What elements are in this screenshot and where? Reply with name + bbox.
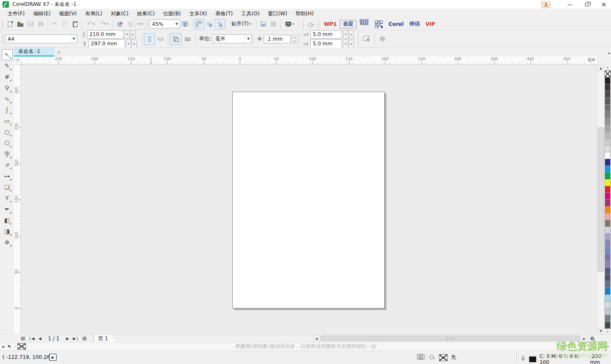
color-swatch[interactable] — [605, 77, 611, 84]
color-swatch[interactable] — [605, 315, 611, 322]
color-swatch[interactable] — [605, 240, 611, 247]
transparency-tool[interactable]: Y — [2, 193, 13, 204]
account-icon[interactable] — [541, 1, 551, 8]
new-tab-button[interactable]: + — [54, 48, 64, 56]
copy-icon[interactable] — [60, 19, 70, 29]
show-rulers-toggle[interactable] — [194, 19, 204, 29]
plugin-companion-button[interactable]: 伴侣 — [406, 19, 422, 29]
color-swatch[interactable] — [605, 199, 611, 207]
color-swatch[interactable] — [605, 308, 611, 315]
horizontal-scrollbar-track[interactable]: ❘❘❘ — [320, 335, 581, 342]
vertical-ruler[interactable]: 300250200150100500 — [14, 64, 21, 334]
scroll-right-icon[interactable]: ▶ — [581, 335, 588, 342]
color-swatch[interactable] — [605, 247, 611, 254]
plugin-barcode-button[interactable]: 0101 — [357, 19, 372, 29]
plugin-custom-button[interactable]: 自定 — [340, 20, 357, 28]
zoom-level-combo[interactable]: 45% ▼ — [149, 20, 180, 28]
document-tab[interactable]: 未命名 -1 — [14, 48, 54, 56]
dimension-tool[interactable]: ⇗ — [2, 160, 13, 171]
paste-icon[interactable] — [70, 19, 80, 29]
plugin-qrcode-button[interactable] — [372, 19, 386, 29]
color-swatch[interactable] — [605, 267, 611, 274]
vertical-scrollbar[interactable]: ▲ ▼ — [597, 64, 604, 334]
color-swatch[interactable] — [605, 301, 611, 308]
palette-scroll-up-icon[interactable]: ∧ — [604, 64, 611, 70]
menu-item[interactable]: 对象(C) — [107, 9, 133, 18]
color-swatch[interactable] — [605, 260, 611, 268]
export-icon[interactable] — [125, 19, 135, 29]
show-guidelines-toggle[interactable] — [214, 19, 225, 29]
plugin-wp1-button[interactable]: WP1 — [321, 19, 340, 29]
treat-as-filled-button[interactable] — [360, 33, 373, 45]
color-swatch[interactable] — [605, 111, 611, 118]
add-property-icon[interactable]: ⊕ — [377, 33, 389, 45]
text-tool[interactable]: 字 — [2, 148, 13, 160]
cut-icon[interactable]: ✂ — [50, 19, 60, 29]
page-height-spinner[interactable]: ▾▴ — [126, 39, 137, 48]
object-styles-icon[interactable] — [268, 19, 279, 29]
document-page[interactable] — [232, 92, 385, 308]
toolbar-grip[interactable] — [2, 20, 3, 28]
ellipse-tool[interactable]: ○ — [2, 126, 13, 137]
menu-item[interactable]: 表格(T) — [211, 9, 237, 18]
menu-item[interactable]: 窗口(W) — [264, 9, 291, 18]
menu-item[interactable]: 文本(X) — [185, 9, 211, 18]
menu-item[interactable]: 布局(L) — [81, 9, 107, 18]
color-swatch[interactable] — [605, 98, 611, 105]
color-swatch[interactable] — [605, 322, 611, 329]
drop-shadow-tool[interactable]: ❏ — [2, 182, 13, 193]
import-icon[interactable] — [115, 19, 125, 29]
units-combo[interactable]: 毫米 ▼ — [213, 34, 252, 43]
add-page-after-icon[interactable]: ⊞ — [81, 335, 88, 342]
outline-pen-icon[interactable] — [521, 356, 526, 364]
nudge-spinner[interactable]: ▴▾ — [292, 35, 298, 43]
menu-item[interactable]: 编辑(E) — [29, 9, 55, 18]
menu-item[interactable]: 工具(O) — [237, 9, 264, 18]
menu-item[interactable]: 位图(B) — [159, 9, 185, 18]
redo-button[interactable]: ↷▾ — [98, 19, 111, 29]
next-page-icon[interactable]: ▶ — [64, 335, 71, 342]
publish-pdf-icon[interactable]: PDF — [135, 19, 146, 29]
first-page-icon[interactable]: ❘◀ — [28, 335, 35, 342]
shape-tool[interactable]: ✎ — [2, 60, 13, 71]
color-swatch[interactable] — [605, 165, 611, 173]
crop-tool[interactable]: # — [2, 71, 13, 82]
tab-scroll-right-icon[interactable]: ▸ — [608, 51, 610, 55]
page-tab[interactable]: 页 1 — [93, 335, 115, 342]
color-swatch[interactable] — [605, 220, 611, 227]
previous-page-icon[interactable]: ◀ — [36, 335, 44, 342]
new-document-icon[interactable] — [5, 19, 15, 29]
color-swatch[interactable] — [605, 193, 611, 200]
color-swatch[interactable] — [605, 179, 611, 186]
nudge-field[interactable]: .1 mm — [264, 35, 291, 43]
color-swatch[interactable] — [605, 233, 611, 241]
no-color-swatch[interactable] — [605, 70, 611, 77]
fill-color-icon[interactable] — [428, 353, 436, 361]
drawing-canvas[interactable] — [21, 64, 597, 334]
duplicate-y-field[interactable]: 5.0 mm — [310, 39, 342, 48]
all-pages-button[interactable] — [170, 33, 182, 45]
menu-item[interactable]: 文件(F) — [3, 9, 29, 18]
color-swatch[interactable] — [605, 274, 611, 281]
palette-overflow-icon[interactable]: » — [606, 344, 609, 349]
duplicate-x-field[interactable]: 5.0 mm — [310, 30, 342, 39]
color-swatch[interactable] — [605, 84, 611, 91]
plugin-vip-button[interactable]: VIP — [422, 19, 438, 29]
rectangle-tool[interactable]: ▭ — [2, 115, 13, 126]
connector-tool[interactable]: ⊶ — [2, 171, 13, 182]
color-swatch[interactable] — [605, 281, 611, 288]
menu-item[interactable]: 视图(V) — [55, 9, 81, 18]
save-icon[interactable] — [25, 19, 36, 29]
ruler-origin-button[interactable] — [14, 56, 21, 64]
palette-scroll-down-icon[interactable]: ∨ — [604, 328, 611, 334]
color-swatch[interactable] — [605, 132, 611, 139]
polygon-tool[interactable]: ⎔ — [2, 137, 13, 148]
color-swatch[interactable] — [605, 254, 611, 261]
landscape-button[interactable]: ▭ — [155, 33, 166, 45]
color-swatch[interactable] — [605, 138, 611, 146]
color-swatch[interactable] — [605, 118, 611, 125]
close-button[interactable]: ✕ — [598, 1, 609, 8]
color-swatch[interactable] — [605, 125, 611, 132]
color-swatch[interactable] — [605, 152, 611, 159]
scroll-left-icon[interactable]: ◀ — [313, 335, 320, 342]
